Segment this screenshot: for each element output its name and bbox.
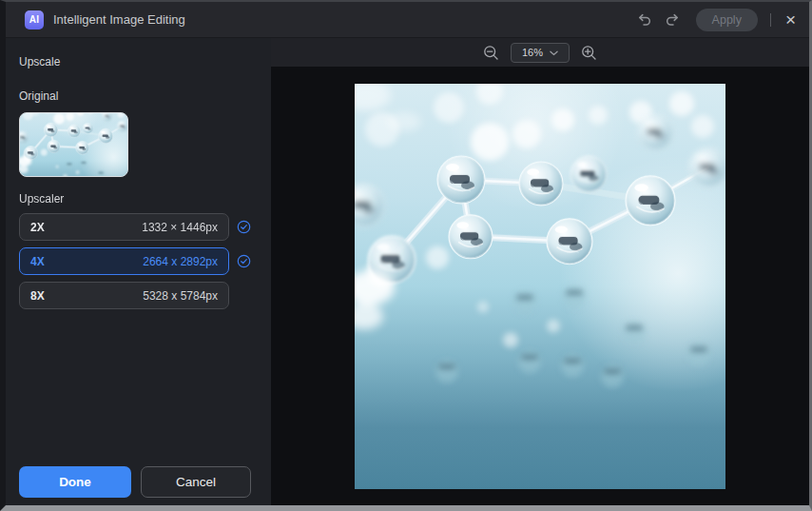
window-title: Intelligent Image Editing — [53, 12, 185, 27]
titlebar: AI Intelligent Image Editing — [6, 2, 809, 38]
option-dimensions: 1332 × 1446px — [142, 221, 218, 234]
redo-button[interactable] — [665, 12, 681, 27]
zoom-toolbar: 16% — [271, 38, 809, 67]
redo-icon — [665, 12, 681, 27]
zoom-out-icon — [483, 45, 499, 61]
close-button[interactable]: × — [783, 10, 798, 29]
preview-image[interactable] — [355, 84, 725, 489]
zoom-in-button[interactable] — [581, 45, 597, 61]
done-button[interactable]: Done — [19, 466, 131, 498]
panel-actions: Done Cancel — [19, 466, 251, 498]
panel-title: Upscale — [19, 55, 271, 69]
option-dimensions: 2664 x 2892px — [143, 255, 218, 268]
check-circle-icon — [237, 254, 251, 268]
check-circle-icon — [237, 220, 251, 234]
upscaler-label: Upscaler — [19, 192, 271, 206]
zoom-level-value: 16% — [522, 47, 543, 58]
zoom-level-dropdown[interactable]: 16% — [511, 43, 570, 63]
chevron-down-icon — [550, 47, 558, 58]
zoom-in-icon — [581, 45, 597, 61]
option-label: 2X — [30, 221, 45, 234]
ai-logo: AI — [25, 10, 44, 29]
option-label: 8X — [30, 289, 45, 303]
close-icon: × — [785, 10, 796, 29]
undo-icon — [636, 12, 652, 27]
titlebar-separator — [770, 13, 771, 27]
preview-canvas — [271, 67, 809, 505]
preview-area: 16% — [271, 38, 809, 505]
original-label: Original — [19, 89, 271, 103]
upscale-panel: Upscale Original Upscaler 2X 1332 × 1446… — [6, 38, 271, 505]
zoom-out-button[interactable] — [483, 45, 499, 61]
option-dimensions: 5328 x 5784px — [143, 289, 218, 303]
upscaler-options: 2X 1332 × 1446px 4X 2664 x 2892px — [19, 213, 271, 309]
upscaler-option-2x[interactable]: 2X 1332 × 1446px — [19, 213, 229, 241]
apply-button[interactable]: Apply — [696, 9, 758, 31]
option-label: 4X — [30, 255, 45, 268]
upscaler-option-4x[interactable]: 4X 2664 x 2892px — [19, 247, 229, 275]
original-thumbnail[interactable] — [19, 112, 128, 177]
undo-button[interactable] — [636, 12, 652, 27]
intelligent-image-editing-window: AI Intelligent Image Editing — [0, 0, 812, 511]
upscaler-option-8x[interactable]: 8X 5328 x 5784px — [19, 282, 229, 309]
cancel-button[interactable]: Cancel — [141, 466, 251, 498]
